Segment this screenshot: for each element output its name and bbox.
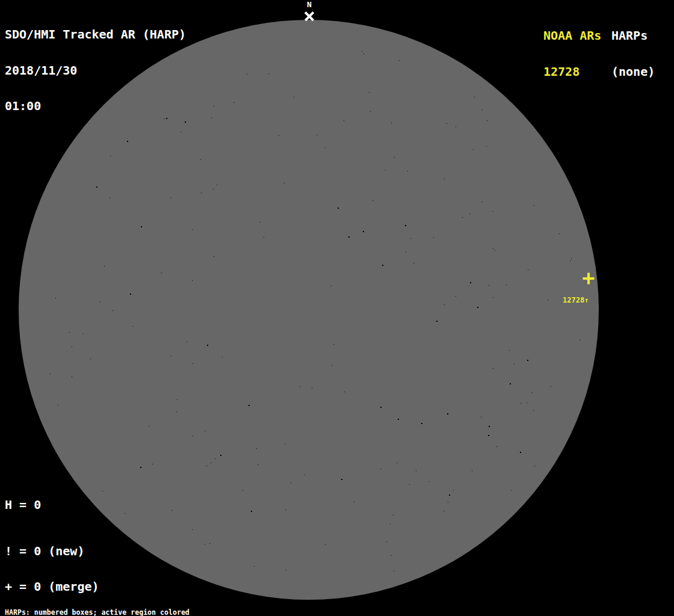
speckle-dot bbox=[233, 102, 234, 103]
speckle-dot bbox=[96, 186, 97, 188]
noaa-ar-plus-marker-icon bbox=[582, 272, 595, 285]
speckle-dot bbox=[127, 141, 128, 142]
noaa-ars-list: 12728 bbox=[543, 66, 601, 78]
flag-counter-merge: + = 0 (merge) bbox=[5, 581, 143, 593]
speckle-dot bbox=[382, 265, 383, 266]
speckle-dot bbox=[206, 466, 207, 466]
speckle-dot bbox=[286, 570, 286, 570]
speckle-dot bbox=[436, 321, 437, 322]
solar-harp-tracker-view: SDO/HMI Tracked AR (HARP) 2018/11/30 01:… bbox=[0, 0, 674, 616]
flag-counter-new: ! = 0 (new) bbox=[5, 546, 143, 557]
speckle-dot bbox=[161, 273, 162, 273]
speckle-dot bbox=[348, 236, 350, 238]
speckle-dot bbox=[428, 481, 429, 482]
speckle-dot bbox=[285, 444, 285, 445]
speckle-dot bbox=[493, 368, 493, 369]
speckle-dot bbox=[268, 73, 269, 74]
speckle-dot bbox=[533, 410, 534, 411]
speckle-dot bbox=[398, 419, 399, 420]
speckle-dot bbox=[58, 405, 58, 405]
speckle-dot bbox=[447, 413, 448, 414]
speckle-dot bbox=[247, 74, 247, 75]
speckle-dot bbox=[102, 491, 103, 491]
speckle-dot bbox=[304, 475, 305, 475]
speckle-dot bbox=[362, 51, 362, 52]
speckle-dot bbox=[409, 484, 410, 485]
speckle-dot bbox=[213, 189, 214, 189]
speckle-dot bbox=[192, 280, 193, 281]
speckle-dot bbox=[211, 463, 211, 463]
speckle-dot bbox=[209, 543, 210, 544]
speckle-dot bbox=[177, 399, 178, 400]
speckle-dot bbox=[481, 417, 481, 417]
speckle-dot bbox=[444, 304, 445, 305]
speckle-dot bbox=[386, 541, 387, 542]
speckle-dot bbox=[514, 364, 515, 365]
speckle-dot bbox=[193, 436, 193, 436]
speckle-dot bbox=[456, 126, 456, 127]
speckle-dot bbox=[200, 159, 201, 160]
speckle-dot bbox=[474, 97, 475, 97]
harp-counter: H = 0 bbox=[5, 499, 41, 511]
speckle-dot bbox=[527, 402, 527, 403]
speckle-dot bbox=[410, 238, 411, 239]
footer-caption: HARPs: numbered boxes; active region col… bbox=[5, 596, 248, 616]
harps-header: HARPs bbox=[611, 30, 655, 42]
speckle-dot bbox=[488, 435, 489, 436]
speckle-dot bbox=[380, 469, 381, 469]
speckle-dot bbox=[421, 423, 422, 424]
speckle-dot bbox=[520, 452, 521, 453]
page-title: SDO/HMI Tracked AR (HARP) bbox=[5, 29, 186, 41]
speckle-dot bbox=[416, 470, 416, 471]
speckle-dot bbox=[300, 386, 300, 387]
speckle-dot bbox=[509, 350, 510, 351]
noaa-ar-number-label: 12728↑ bbox=[563, 297, 589, 304]
speckle-dot bbox=[285, 510, 286, 510]
speckle-dot bbox=[205, 544, 205, 544]
speckle-dot bbox=[333, 344, 334, 345]
speckle-dot bbox=[90, 359, 91, 359]
speckle-dot bbox=[369, 92, 369, 93]
speckle-dot bbox=[83, 333, 84, 334]
speckle-dot bbox=[317, 135, 317, 135]
speckle-dot bbox=[201, 192, 202, 193]
speckle-dot bbox=[354, 502, 354, 502]
speckle-dot bbox=[260, 222, 261, 223]
north-label: N bbox=[307, 1, 312, 9]
speckle-dot bbox=[132, 326, 133, 327]
speckle-dot bbox=[104, 266, 105, 266]
speckle-dot bbox=[385, 170, 386, 170]
speckle-dot bbox=[469, 214, 470, 214]
speckle-dot bbox=[140, 467, 141, 468]
speckle-dot bbox=[394, 571, 394, 571]
speckle-dot bbox=[69, 332, 70, 333]
speckle-dot bbox=[217, 185, 217, 185]
speckle-dot bbox=[176, 411, 177, 412]
speckle-dot bbox=[215, 458, 215, 459]
speckle-dot bbox=[489, 426, 490, 427]
speckle-dot bbox=[477, 307, 478, 308]
speckle-dot bbox=[580, 340, 580, 340]
speckle-dot bbox=[559, 233, 560, 234]
speckle-dot bbox=[492, 211, 493, 212]
speckle-dot bbox=[482, 109, 483, 110]
speckle-dot bbox=[222, 357, 223, 357]
speckle-dot bbox=[489, 285, 489, 286]
speckle-dot bbox=[399, 60, 400, 61]
speckle-dot bbox=[141, 226, 142, 227]
speckle-dot bbox=[170, 197, 171, 198]
speckle-dot bbox=[391, 555, 392, 556]
speckle-dot bbox=[448, 502, 448, 502]
speckle-dot bbox=[444, 511, 444, 511]
speckle-dot bbox=[363, 54, 364, 54]
speckle-dot bbox=[192, 229, 193, 230]
speckle-dot bbox=[506, 285, 507, 285]
speckle-dot bbox=[193, 363, 193, 364]
speckle-dot bbox=[110, 156, 111, 156]
speckle-dot bbox=[406, 251, 406, 252]
speckle-dot bbox=[449, 494, 450, 496]
speckle-dot bbox=[456, 296, 456, 297]
harps-list: (none) bbox=[611, 66, 655, 78]
speckle-dot bbox=[258, 464, 258, 465]
speckle-dot bbox=[493, 248, 493, 249]
